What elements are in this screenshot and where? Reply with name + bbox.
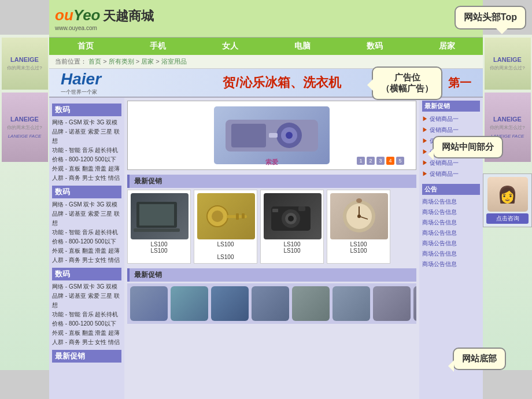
notice-item-1[interactable]: 商场公告信息 bbox=[422, 197, 480, 207]
svg-point-17 bbox=[288, 216, 294, 221]
phone-6 bbox=[332, 286, 370, 321]
svg-rect-13 bbox=[242, 213, 245, 219]
featured-product: 索爱 1 2 3 4 5 bbox=[127, 101, 416, 170]
right-promo-title: 最新促销 bbox=[422, 101, 480, 112]
promo-item-1[interactable]: 促销商品一 bbox=[422, 113, 480, 124]
product-name-2: LS100LS100 bbox=[197, 241, 254, 260]
phone-7 bbox=[373, 286, 411, 321]
side-ad-left: LANEIGE 你的周末怎么过? LANEIGE 你的周末怎么过? LANEIG… bbox=[0, 35, 49, 370]
breadcrumb-bathroom[interactable]: 浴室用品 bbox=[161, 58, 187, 65]
page-4[interactable]: 4 bbox=[386, 157, 394, 165]
page-1[interactable]: 1 bbox=[357, 157, 365, 165]
nav-item-home2[interactable]: 居家 bbox=[430, 41, 464, 51]
product-card-4[interactable]: LS100LS100 bbox=[327, 190, 390, 264]
banner-brand-sub: 一个世界一个家 bbox=[61, 88, 107, 96]
nav-bar: 首页 手机 女人 电脑 数码 居家 bbox=[49, 38, 483, 55]
side-ad-right: LANEIGE 你的周末怎么过? LANEIGE 你的周末怎么过? LANEIG… bbox=[483, 35, 532, 370]
sidebar-section-3-items: 网络 - GSM 双卡 3G 双模 品牌 - 诺基亚 索爱 三星 联想 功能 -… bbox=[52, 282, 121, 347]
side-ad-left-mid: LANEIGE 你的周末怎么过? LANEIGE FACE bbox=[2, 93, 48, 162]
breadcrumb-all[interactable]: 所有类别 bbox=[109, 58, 134, 65]
phone-2 bbox=[171, 286, 208, 321]
product-thumb-3 bbox=[264, 193, 322, 239]
promo-section-title: 最新促销 bbox=[127, 175, 416, 188]
nav-item-women[interactable]: 女人 bbox=[213, 41, 247, 51]
svg-rect-5 bbox=[269, 133, 278, 138]
product-name-3: LS100LS100 bbox=[264, 241, 320, 254]
logo-url: www.ouyea.com bbox=[55, 25, 97, 31]
sidebar: 数码 网络 - GSM 双卡 3G 双模 品牌 - 诺基亚 索爱 三星 联想 功… bbox=[49, 98, 124, 399]
product-card-1[interactable]: LS100LS100 bbox=[127, 190, 191, 264]
side-ad-right-top: LANEIGE 你的周末怎么过? bbox=[485, 38, 531, 90]
cs-widget: 👩 点击咨询 bbox=[483, 173, 532, 227]
banner-right-text: 第一 bbox=[448, 75, 471, 91]
callout-bottom: 网站底部 bbox=[453, 348, 506, 370]
product-thumb-2 bbox=[197, 193, 255, 239]
page-5[interactable]: 5 bbox=[396, 157, 404, 165]
phone-5 bbox=[292, 286, 330, 321]
svg-rect-8 bbox=[134, 228, 180, 232]
notice-item-7[interactable]: 商场公告信息 bbox=[422, 259, 480, 269]
product-grid: LS100LS100 LS100LS100 bbox=[127, 190, 416, 264]
logo-text: ouYeo bbox=[55, 6, 100, 24]
side-ad-left-top: LANEIGE 你的周末怎么过? bbox=[2, 38, 48, 90]
product-name-4: LS100LS100 bbox=[330, 241, 387, 254]
phone-strip bbox=[127, 283, 416, 324]
breadcrumb-home[interactable]: 首页 bbox=[88, 58, 101, 65]
logo-area: ouYeo 天越商城 www.ouyea.com bbox=[55, 6, 154, 31]
svg-point-4 bbox=[286, 132, 293, 139]
phone-8 bbox=[413, 286, 416, 321]
product-thumb-1 bbox=[131, 193, 189, 239]
phone-4 bbox=[252, 286, 289, 321]
notice-item-6[interactable]: 商场公告信息 bbox=[422, 249, 480, 259]
promo-item-6[interactable]: 促销商品一 bbox=[422, 168, 480, 179]
svg-rect-19 bbox=[272, 209, 278, 212]
sidebar-section-2-items: 网络 - GSM 双卡 3G 双模 品牌 - 诺基亚 索爱 三星 联想 功能 -… bbox=[52, 200, 121, 265]
cs-button[interactable]: 点击咨询 bbox=[486, 213, 529, 224]
sidebar-promo-title: 最新促销 bbox=[52, 350, 121, 363]
breadcrumb-home3[interactable]: 居家 bbox=[141, 58, 154, 65]
svg-rect-7 bbox=[139, 204, 174, 226]
notice-item-5[interactable]: 商场公告信息 bbox=[422, 238, 480, 249]
content-area: 数码 网络 - GSM 双卡 3G 双模 品牌 - 诺基亚 索爱 三星 联想 功… bbox=[49, 98, 483, 399]
notice-item-2[interactable]: 商场公告信息 bbox=[422, 207, 480, 217]
featured-product-label: 索爱 bbox=[265, 158, 278, 167]
right-notice-title: 公告 bbox=[422, 184, 480, 195]
phones-section-title: 最新促销 bbox=[127, 268, 416, 282]
nav-item-home[interactable]: 首页 bbox=[69, 41, 102, 51]
svg-point-10 bbox=[212, 210, 223, 222]
phone-1 bbox=[130, 286, 168, 321]
product-card-3[interactable]: LS100LS100 bbox=[260, 190, 324, 264]
svg-rect-1 bbox=[231, 124, 266, 147]
phone-3 bbox=[211, 286, 249, 321]
page-2[interactable]: 2 bbox=[367, 157, 375, 165]
main-content: 索爱 1 2 3 4 5 最新促销 bbox=[124, 98, 419, 399]
featured-product-svg bbox=[220, 111, 324, 160]
nav-item-digital[interactable]: 数码 bbox=[358, 41, 391, 51]
product-name-1: LS100LS100 bbox=[131, 241, 187, 254]
site-container: ouYeo 天越商城 www.ouyea.com 首页 手机 女人 电脑 数码 … bbox=[49, 0, 483, 399]
sidebar-section-1-items: 网络 - GSM 双卡 3G 双模 品牌 - 诺基亚 索爱 三星 联想 功能 -… bbox=[52, 118, 121, 183]
product-thumb-4 bbox=[330, 193, 388, 239]
featured-product-image bbox=[214, 106, 330, 164]
header: ouYeo 天越商城 www.ouyea.com bbox=[49, 0, 483, 38]
sidebar-section-3-title: 数码 bbox=[52, 268, 121, 280]
breadcrumb-label: 当前位置： bbox=[55, 58, 87, 65]
main-wrapper: 网站头部Top 广告位（横幅广告） 网站中间部分 网站底部 LANEIGE 你的… bbox=[0, 0, 532, 399]
product-card-2[interactable]: LS100LS100 bbox=[194, 190, 257, 264]
callout-top-right: 网站头部Top bbox=[455, 6, 526, 29]
sidebar-section-2-title: 数码 bbox=[52, 186, 121, 198]
svg-rect-18 bbox=[298, 206, 305, 211]
site-name: 天越商城 bbox=[103, 8, 154, 25]
svg-rect-12 bbox=[236, 213, 239, 220]
callout-mid: 网站中间部分 bbox=[433, 136, 503, 158]
notice-item-3[interactable]: 商场公告信息 bbox=[422, 217, 480, 228]
promo-item-2[interactable]: 促销商品一 bbox=[422, 124, 480, 135]
notice-item-4[interactable]: 商场公告信息 bbox=[422, 228, 480, 238]
svg-point-25 bbox=[356, 198, 362, 203]
page-3[interactable]: 3 bbox=[376, 157, 385, 165]
sidebar-section-1-title: 数码 bbox=[52, 104, 121, 116]
nav-item-phone[interactable]: 手机 bbox=[141, 41, 175, 51]
nav-item-computer[interactable]: 电脑 bbox=[286, 41, 319, 51]
banner-brand: Haier bbox=[61, 70, 101, 88]
callout-ad: 广告位（横幅广告） bbox=[372, 66, 442, 100]
